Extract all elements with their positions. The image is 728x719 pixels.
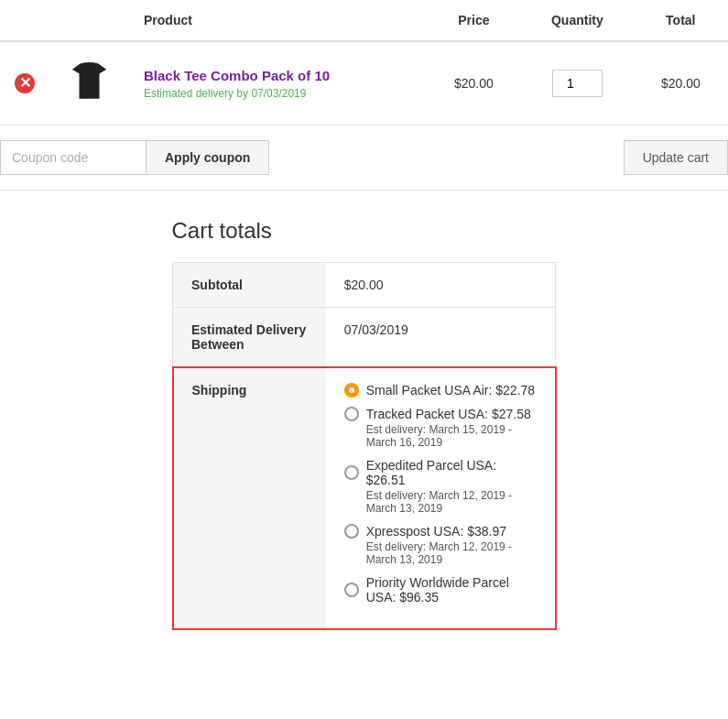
coupon-row: Apply coupon Update cart <box>0 125 728 191</box>
cart-table: Product Price Quantity Total ✕ Bl <box>0 0 728 125</box>
shipping-option-4[interactable]: Priority Worldwide Parcel USA: $96.35 <box>344 575 537 605</box>
product-col-header: Product <box>129 0 427 41</box>
shipping-sub-item-4: Priority Worldwide Parcel USA: $96.35 <box>344 575 537 605</box>
remove-item-button[interactable]: ✕ <box>15 73 35 93</box>
radio-unselected-icon-2 <box>344 465 359 480</box>
delivery-note-1: Est delivery: March 15, 2019 - March 16,… <box>366 423 537 449</box>
shipping-sub-item-2: Expedited Parcel USA: $26.51 Est deliver… <box>344 458 537 515</box>
subtotal-label: Subtotal <box>173 263 326 308</box>
cart-totals-title: Cart totals <box>172 218 557 244</box>
cart-totals-section: Cart totals Subtotal $20.00 Estimated De… <box>0 191 728 658</box>
radio-unselected-icon-4 <box>344 583 359 597</box>
remove-col-header <box>0 0 49 41</box>
shipping-option-1[interactable]: Tracked Packet USA: $27.58 <box>344 407 537 421</box>
shipping-options-cell: Small Packet USA Air: $22.78 Tracked Pac… <box>326 367 556 629</box>
shipping-option-label-4: Priority Worldwide Parcel USA: $96.35 <box>366 575 537 605</box>
shipping-option-selected[interactable]: Small Packet USA Air: $22.78 <box>344 383 537 398</box>
quantity-input[interactable] <box>552 70 603 97</box>
apply-coupon-button[interactable]: Apply coupon <box>147 140 269 175</box>
table-row: ✕ Black Tee Combo Pack of 10 Estimated d… <box>0 41 728 125</box>
cart-totals-box: Cart totals Subtotal $20.00 Estimated De… <box>172 218 557 630</box>
radio-unselected-icon-3 <box>344 524 359 539</box>
radio-unselected-icon-1 <box>344 407 359 421</box>
remove-icon: ✕ <box>15 73 35 93</box>
shipping-option-label-selected: Small Packet USA Air: $22.78 <box>366 383 535 398</box>
delivery-estimate: Estimated delivery by 07/03/2019 <box>144 87 412 100</box>
shipping-sub-item-1: Tracked Packet USA: $27.58 Est delivery:… <box>344 407 537 449</box>
product-image-cell <box>49 41 129 125</box>
delivery-label: Estimated Delivery Between <box>173 308 326 368</box>
total-cell: $20.00 <box>634 41 728 125</box>
update-cart-button[interactable]: Update cart <box>624 140 728 175</box>
subtotal-value: $20.00 <box>326 263 556 308</box>
shipping-row: Shipping Small Packet USA Air: $22.78 Tr… <box>173 367 556 629</box>
quantity-cell <box>521 41 634 125</box>
delivery-row: Estimated Delivery Between 07/03/2019 <box>173 308 556 368</box>
product-info-cell: Black Tee Combo Pack of 10 Estimated del… <box>129 41 427 125</box>
product-image <box>64 57 114 107</box>
coupon-input[interactable] <box>0 140 147 175</box>
coupon-left: Apply coupon <box>0 140 269 175</box>
quantity-col-header: Quantity <box>521 0 634 41</box>
delivery-note-3: Est delivery: March 12, 2019 - March 13,… <box>366 540 537 566</box>
delivery-note-2: Est delivery: March 12, 2019 - March 13,… <box>366 489 537 515</box>
radio-selected-icon <box>344 383 359 398</box>
shipping-option-2[interactable]: Expedited Parcel USA: $26.51 <box>344 458 537 487</box>
delivery-value: 07/03/2019 <box>326 308 556 368</box>
totals-table: Subtotal $20.00 Estimated Delivery Betwe… <box>172 262 557 630</box>
shipping-sub-item-3: Xpresspost USA: $38.97 Est delivery: Mar… <box>344 524 537 566</box>
total-col-header: Total <box>634 0 728 41</box>
price-cell: $20.00 <box>427 41 521 125</box>
product-name-link[interactable]: Black Tee Combo Pack of 10 <box>144 68 330 83</box>
shipping-option-label-1: Tracked Packet USA: $27.58 <box>366 407 531 421</box>
shipping-option-label-3: Xpresspost USA: $38.97 <box>366 524 506 539</box>
remove-cell: ✕ <box>0 41 49 125</box>
shipping-option-3[interactable]: Xpresspost USA: $38.97 <box>344 524 537 539</box>
subtotal-row: Subtotal $20.00 <box>173 263 556 308</box>
shipping-label: Shipping <box>173 367 326 629</box>
shipping-option-label-2: Expedited Parcel USA: $26.51 <box>366 458 537 487</box>
shipping-sub-options: Tracked Packet USA: $27.58 Est delivery:… <box>344 407 537 605</box>
price-col-header: Price <box>427 0 521 41</box>
img-col-header <box>49 0 129 41</box>
